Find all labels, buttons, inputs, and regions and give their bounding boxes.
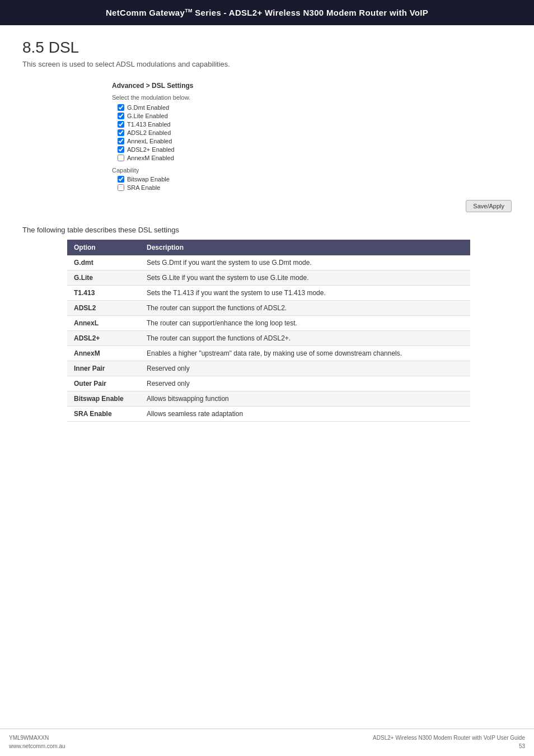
checkbox-gdmt-label: G.Dmt Enabled	[127, 104, 169, 111]
modulation-group: G.Dmt Enabled G.Lite Enabled T1.413 Enab…	[118, 104, 512, 161]
cell-option: ADSL2	[67, 301, 140, 316]
page-footer: YML9WMAXXN www.netcomm.com.au ADSL2+ Wir…	[0, 729, 534, 756]
checkbox-adsl2plus: ADSL2+ Enabled	[118, 146, 512, 153]
table-section: The following table describes these DSL …	[22, 226, 512, 422]
col-description: Description	[140, 240, 470, 255]
cell-description: Enables a higher "upstream" data rate, b…	[140, 346, 470, 361]
table-row: AnnexMEnables a higher "upstream" data r…	[67, 346, 470, 361]
table-row: AnnexLThe router can support/enhance the…	[67, 316, 470, 331]
col-option: Option	[67, 240, 140, 255]
table-row: Outer PairReserved only	[67, 376, 470, 391]
checkbox-sra: SRA Enable	[118, 184, 512, 191]
footer-guide-title: ADSL2+ Wireless N300 Modem Router with V…	[373, 734, 525, 742]
checkbox-bitswap-input[interactable]	[118, 176, 124, 183]
cell-option: Bitswap Enable	[67, 391, 140, 407]
table-row: G.dmtSets G.Dmt if you want the system t…	[67, 255, 470, 270]
settings-panel: Advanced > DSL Settings Select the modul…	[112, 82, 512, 212]
checkbox-annexl-input[interactable]	[118, 138, 124, 144]
footer-model: YML9WMAXXN	[9, 734, 65, 742]
cell-description: Allows seamless rate adaptation	[140, 407, 470, 422]
table-intro: The following table describes these DSL …	[22, 226, 512, 234]
cell-option: T1.413	[67, 286, 140, 301]
cell-option: AnnexM	[67, 346, 140, 361]
cell-description: The router can support the functions of …	[140, 301, 470, 316]
cell-option: ADSL2+	[67, 331, 140, 346]
cell-option: Inner Pair	[67, 361, 140, 376]
header-banner: NetComm GatewayTM Series - ADSL2+ Wirele…	[0, 0, 534, 25]
checkbox-adsl2-input[interactable]	[118, 129, 124, 136]
cell-option: AnnexL	[67, 316, 140, 331]
checkbox-bitswap-label: Bitswap Enable	[127, 176, 170, 183]
checkbox-annexl-label: AnnexL Enabled	[127, 138, 172, 144]
checkbox-t1413-label: T1.413 Enabled	[127, 121, 171, 128]
save-apply-button[interactable]: Save/Apply	[466, 200, 512, 212]
settings-panel-title: Advanced > DSL Settings	[112, 82, 512, 90]
checkbox-gdmt: G.Dmt Enabled	[118, 104, 512, 111]
cell-option: G.Lite	[67, 270, 140, 286]
cell-option: G.dmt	[67, 255, 140, 270]
cell-description: The router can support/enhance the long …	[140, 316, 470, 331]
cell-option: SRA Enable	[67, 407, 140, 422]
header-title: NetComm GatewayTM Series - ADSL2+ Wirele…	[106, 8, 428, 17]
checkbox-glite-label: G.Lite Enabled	[127, 113, 168, 119]
settings-intro: Select the modulation below.	[112, 94, 512, 101]
checkbox-adsl2plus-input[interactable]	[118, 146, 124, 153]
checkbox-glite-input[interactable]	[118, 113, 124, 119]
main-content: 8.5 DSL This screen is used to select AD…	[0, 25, 534, 435]
table-row: ADSL2+The router can support the functio…	[67, 331, 470, 346]
checkbox-sra-label: SRA Enable	[127, 184, 160, 191]
cell-description: Sets G.Dmt if you want the system to use…	[140, 255, 470, 270]
table-row: T1.413Sets the T1.413 if you want the sy…	[67, 286, 470, 301]
cell-option: Outer Pair	[67, 376, 140, 391]
table-row: ADSL2The router can support the function…	[67, 301, 470, 316]
checkbox-adsl2-label: ADSL2 Enabled	[127, 129, 171, 136]
capability-group: Bitswap Enable SRA Enable	[118, 176, 512, 191]
footer-website: www.netcomm.com.au	[9, 742, 65, 750]
table-row: G.LiteSets G.Lite if you want the system…	[67, 270, 470, 286]
capability-label: Capability	[112, 167, 512, 174]
checkbox-bitswap: Bitswap Enable	[118, 176, 512, 183]
checkbox-adsl2plus-label: ADSL2+ Enabled	[127, 146, 175, 153]
checkbox-annexm-input[interactable]	[118, 155, 124, 161]
footer-left: YML9WMAXXN www.netcomm.com.au	[9, 734, 65, 750]
checkbox-sra-input[interactable]	[118, 184, 124, 191]
checkbox-glite: G.Lite Enabled	[118, 113, 512, 119]
cell-description: The router can support the functions of …	[140, 331, 470, 346]
table-header-row: Option Description	[67, 240, 470, 255]
footer-right: ADSL2+ Wireless N300 Modem Router with V…	[373, 734, 525, 750]
checkbox-annexm: AnnexM Enabled	[118, 155, 512, 161]
table-row: SRA EnableAllows seamless rate adaptatio…	[67, 407, 470, 422]
page-title: 8.5 DSL	[22, 39, 512, 57]
page-subtitle: This screen is used to select ADSL modul…	[22, 60, 512, 68]
checkbox-annexm-label: AnnexM Enabled	[127, 155, 174, 161]
checkbox-t1413: T1.413 Enabled	[118, 121, 512, 128]
cell-description: Allows bitswapping function	[140, 391, 470, 407]
cell-description: Reserved only	[140, 361, 470, 376]
checkbox-adsl2: ADSL2 Enabled	[118, 129, 512, 136]
checkbox-gdmt-input[interactable]	[118, 104, 124, 111]
cell-description: Sets G.Lite if you want the system to us…	[140, 270, 470, 286]
footer-page-number: 53	[373, 742, 525, 750]
table-row: Bitswap EnableAllows bitswapping functio…	[67, 391, 470, 407]
dsl-settings-table: Option Description G.dmtSets G.Dmt if yo…	[67, 240, 470, 422]
checkbox-annexl: AnnexL Enabled	[118, 138, 512, 144]
cell-description: Sets the T1.413 if you want the system t…	[140, 286, 470, 301]
cell-description: Reserved only	[140, 376, 470, 391]
table-row: Inner PairReserved only	[67, 361, 470, 376]
checkbox-t1413-input[interactable]	[118, 121, 124, 128]
